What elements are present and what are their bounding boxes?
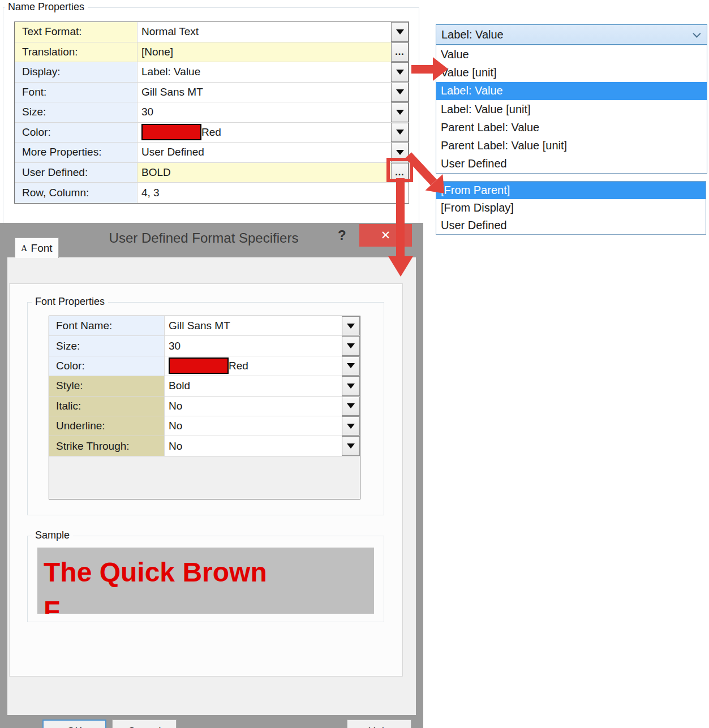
dropdown-arrow-icon [347, 384, 355, 389]
sample-preview: The Quick Brown F [37, 548, 374, 614]
style-dropdown-button[interactable] [342, 376, 360, 395]
row-label: Size: [49, 336, 165, 355]
table-row: Italic: No [49, 397, 360, 416]
row-value: Red [137, 123, 391, 143]
dropdown-arrow-icon [396, 110, 404, 115]
dropdown-arrow-icon [347, 443, 355, 449]
row-value: 30 [137, 102, 391, 122]
row-label: Italic: [49, 397, 165, 416]
cancel-button[interactable]: Cancel [112, 720, 177, 728]
row-label: Style: [49, 376, 165, 395]
color-swatch [141, 124, 201, 140]
table-row: Size: 30 [15, 102, 409, 123]
display-combo-header[interactable]: Label: Value [436, 24, 707, 45]
dropdown-arrow-icon [396, 150, 404, 155]
more-properties-dropdown-list: [From Parent] [From Display] User Define… [436, 181, 706, 235]
table-row: User Defined: BOLD … [15, 163, 409, 183]
row-value: Label: Value [137, 62, 391, 82]
list-item[interactable]: Parent Label: Value [unit] [436, 136, 707, 154]
close-icon: ✕ [381, 229, 391, 242]
help-icon[interactable]: ? [338, 227, 346, 243]
table-row: Font: Gill Sans MT [15, 83, 409, 103]
name-properties-grid: Text Format: Normal Text Translation: [N… [14, 21, 409, 204]
ok-button[interactable]: OK [42, 720, 106, 728]
help-button[interactable]: Help [347, 720, 411, 728]
font-properties-title: Font Properties [32, 296, 108, 308]
italic-dropdown-button[interactable] [342, 397, 360, 416]
row-label: Translation: [15, 42, 137, 62]
color-name: Red [229, 360, 248, 372]
font-properties-grid: Font Name: Gill Sans MT Size: 30 Color: [49, 316, 360, 499]
display-dropdown-list: Value Value [unit] Label: Value Label: V… [436, 45, 707, 174]
row-label: Size: [15, 102, 137, 122]
list-item[interactable]: Value [436, 45, 707, 63]
row-label: Row, Column: [15, 183, 137, 203]
list-item[interactable]: Label: Value [unit] [436, 100, 707, 118]
combo-selected-value: Label: Value [441, 28, 504, 41]
annotation-arrow-display [411, 65, 434, 74]
list-item[interactable]: User Defined [436, 217, 706, 234]
color-dropdown-button[interactable] [391, 123, 409, 143]
row-label: Font: [15, 83, 137, 102]
text-format-dropdown-button[interactable] [391, 22, 409, 42]
row-value: No [165, 397, 342, 416]
row-label: Strike Through: [49, 436, 165, 455]
ellipsis-icon: … [395, 49, 405, 55]
user-defined-format-dialog: User Defined Format Specifiers ? ✕ A Fon… [0, 223, 423, 728]
table-row: Strike Through: No [49, 436, 360, 456]
dropdown-arrow-icon [396, 89, 404, 94]
table-row: Underline: No [49, 416, 360, 436]
row-value: Red [165, 356, 342, 376]
dropdown-arrow-icon [347, 403, 355, 408]
row-value: Bold [165, 376, 342, 395]
color-dropdown-button[interactable] [342, 356, 360, 376]
strike-through-dropdown-button[interactable] [342, 436, 360, 455]
table-row: Color: Red [49, 356, 360, 376]
row-label: User Defined: [15, 163, 137, 183]
table-row: Display: Label: Value [15, 62, 409, 83]
dropdown-arrow-icon [396, 130, 404, 135]
size-dropdown-button[interactable] [391, 102, 409, 122]
row-value: BOLD [137, 163, 391, 183]
row-value: No [165, 436, 342, 455]
annotation-arrowhead-right-icon [433, 57, 448, 81]
row-value: Gill Sans MT [137, 83, 391, 102]
list-item[interactable]: User Defined [436, 155, 707, 173]
translation-ellipsis-button[interactable]: … [391, 42, 409, 62]
row-value: 4, 3 [137, 183, 391, 203]
size-dropdown-button[interactable] [342, 336, 360, 355]
list-item[interactable]: Value [unit] [436, 63, 707, 81]
display-dropdown-button[interactable] [391, 62, 409, 82]
dropdown-arrow-icon [347, 343, 355, 348]
row-value: No [165, 416, 342, 436]
dialog-title: User Defined Format Specifiers [45, 230, 362, 246]
sample-title: Sample [32, 529, 73, 541]
grid-empty-area [49, 456, 360, 499]
list-item-selected[interactable]: [From Parent] [436, 182, 706, 199]
font-name-dropdown-button[interactable] [342, 316, 360, 335]
list-item[interactable]: Parent Label: Value [436, 118, 707, 136]
tab-label: Font [31, 242, 53, 255]
row-value: Gill Sans MT [165, 316, 342, 335]
screenshot-root: Name Properties Text Format: Normal Text… [0, 0, 709, 728]
row-value: Normal Text [137, 22, 391, 42]
sample-text-line2: F [44, 592, 374, 614]
list-item-selected[interactable]: Label: Value [436, 82, 707, 100]
tab-font[interactable]: A Font [15, 238, 59, 258]
row-label: Color: [49, 356, 165, 376]
row-value: [None] [137, 42, 391, 62]
row-label: Font Name: [49, 316, 165, 335]
dropdown-arrow-icon [396, 29, 404, 35]
font-dropdown-button[interactable] [391, 83, 409, 102]
row-label: Text Format: [15, 22, 137, 42]
row-label: Display: [15, 62, 137, 82]
row-value: 30 [165, 336, 342, 355]
annotation-arrowhead-down-icon [388, 256, 413, 277]
row-value: User Defined [137, 143, 391, 162]
chevron-down-icon [693, 30, 701, 38]
list-item[interactable]: [From Display] [436, 199, 706, 217]
underline-dropdown-button[interactable] [342, 416, 360, 436]
row-label: More Properties: [15, 143, 137, 162]
table-row: Translation: [None] … [15, 42, 409, 63]
table-row: More Properties: User Defined [15, 143, 409, 163]
